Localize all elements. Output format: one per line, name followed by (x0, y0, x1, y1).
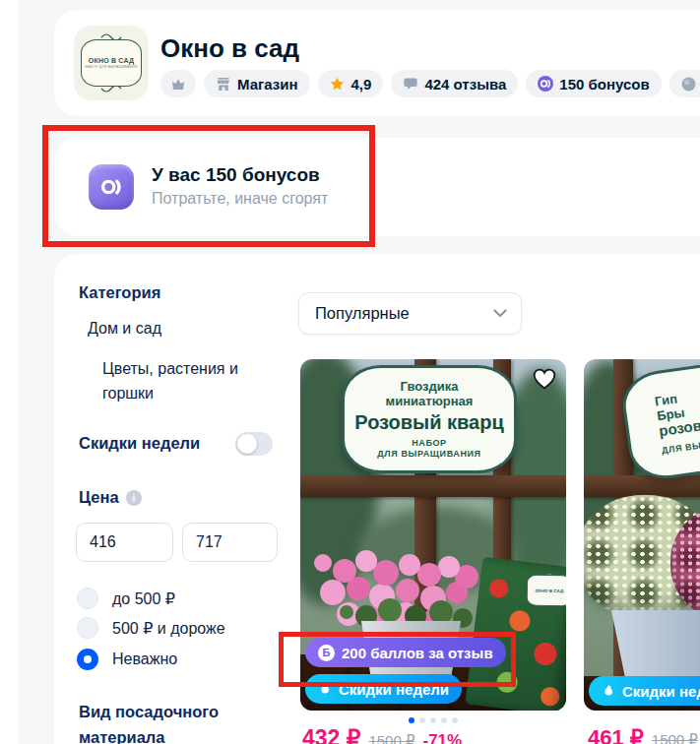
weekly-discounts-toggle[interactable] (235, 432, 273, 456)
window-frame (584, 475, 700, 497)
discount-percent: -71% (423, 731, 463, 744)
price-option-any[interactable]: Неважно (77, 649, 177, 670)
orders-badge[interactable]: 1638 заказов (669, 70, 700, 97)
image-pagination-dots[interactable] (300, 717, 566, 723)
coin-icon (681, 76, 697, 92)
rating-value: 4,9 (351, 76, 372, 93)
premium-badge[interactable] (160, 70, 196, 97)
weekly-discount-badge: Скидки недели (589, 676, 700, 706)
radio-icon[interactable] (77, 588, 98, 609)
category-item-flowers[interactable]: Цветы, растения и горшки (102, 356, 260, 405)
star-icon (330, 76, 346, 92)
flower-foliage (340, 605, 353, 619)
window-frame (300, 475, 566, 497)
shop-logo[interactable]: ОКНО В САД НАБОР ДЛЯ ВЫРАЩИВАНИЯ (74, 26, 149, 100)
old-price: 1500 ₽ (652, 731, 698, 744)
bonus-icon (538, 76, 553, 92)
bonus-count: 150 бонусов (559, 76, 649, 93)
weekly-discount-text: Скидки недели (622, 683, 700, 700)
radio-icon-selected[interactable] (77, 649, 98, 670)
sort-dropdown[interactable]: Популярные (298, 292, 522, 335)
info-icon[interactable]: i (126, 490, 142, 506)
shop-type-label: Магазин (237, 76, 298, 93)
dot[interactable] (441, 717, 447, 723)
chevron-down-icon (493, 309, 507, 318)
price-max-input[interactable] (182, 523, 278, 562)
rating-badge[interactable]: 4,9 (318, 70, 384, 97)
price-filter-title: Цена (79, 488, 119, 507)
radio-label: до 500 ₽ (112, 589, 175, 608)
seed-box-label: ОКНО В САД (527, 575, 566, 607)
shop-title: Окно в сад (160, 33, 299, 63)
plaque-caption: ДЛЯ ВЫРАЩИВАНИЯ (377, 449, 480, 460)
product-label-plaque: Гвоздика миниатюрная Розовый кварц НАБОР… (342, 365, 517, 473)
shop-stats-row: Магазин 4,9 424 отзыва 150 бонусов (160, 70, 700, 97)
product-card[interactable]: Гип Бры розов ДЛЯ ВЫ Скидки недели 461 ₽… (584, 359, 700, 711)
price-row: 432 ₽ 1500 ₽ -71% (302, 725, 462, 744)
current-price: 461 ₽ (588, 725, 644, 744)
dot[interactable] (452, 717, 458, 723)
radio-label: Неважно (112, 651, 177, 668)
plaque-line: миниатюрная (386, 394, 474, 408)
shop-logo-emblem: ОКНО В САД НАБОР ДЛЯ ВЫРАЩИВАНИЯ (81, 39, 142, 87)
plaque-caption: НАБОР (412, 438, 446, 449)
shop-type-badge[interactable]: Магазин (204, 70, 310, 97)
plaque-caption: ДЛЯ ВЫ (662, 440, 700, 457)
logo-text: ОКНО В САД (89, 57, 134, 64)
favorite-heart-icon[interactable] (532, 366, 557, 395)
radio-label: 500 ₽ и дороже (112, 619, 225, 638)
price-option-over-500[interactable]: 500 ₽ и дороже (77, 617, 225, 639)
logo-flourish-icon (100, 87, 122, 93)
radio-icon[interactable] (77, 617, 98, 639)
annotation-rect-bonus-banner (42, 125, 375, 247)
chat-icon (403, 76, 418, 92)
current-price: 432 ₽ (302, 725, 360, 744)
plaque-line: розов (658, 417, 700, 438)
reviews-count: 424 отзыва (424, 76, 506, 93)
reviews-badge[interactable]: 424 отзыва (391, 70, 518, 97)
pink-flowers (314, 554, 332, 572)
price-min-input[interactable] (76, 523, 173, 562)
product-image[interactable]: Гип Бры розов ДЛЯ ВЫ Скидки недели (584, 359, 700, 711)
storefront-icon (216, 76, 231, 92)
dot[interactable] (419, 717, 425, 723)
flame-icon (602, 684, 615, 699)
toggle-knob (237, 434, 257, 454)
category-item-home-garden[interactable]: Дом и сад (88, 320, 161, 338)
filter-category-title: Категория (79, 283, 160, 302)
crown-icon (170, 76, 186, 92)
page-left-gutter (0, 0, 18, 744)
logo-flourish-icon (100, 33, 122, 39)
plaque-name: Розовый кварц (354, 411, 503, 434)
dot[interactable] (430, 717, 436, 723)
material-filter-title: Вид посадочного материала (79, 699, 251, 744)
sort-selected-value: Популярные (315, 304, 410, 323)
seller-page: ОКНО В САД НАБОР ДЛЯ ВЫРАЩИВАНИЯ Окно в … (0, 0, 700, 744)
price-option-under-500[interactable]: до 500 ₽ (77, 588, 175, 609)
weekly-discounts-label: Скидки недели (79, 434, 200, 453)
dot[interactable] (409, 717, 414, 723)
bonus-badge[interactable]: 150 бонусов (526, 70, 661, 97)
annotation-rect-review-points (279, 632, 516, 687)
old-price: 1500 ₽ (368, 732, 414, 744)
price-row: 461 ₽ 1500 ₽ - (588, 725, 700, 744)
shop-header-card: ОКНО В САД НАБОР ДЛЯ ВЫРАЩИВАНИЯ Окно в … (54, 10, 700, 116)
plaque-line: Гвоздика (400, 379, 458, 394)
logo-subtext: НАБОР ДЛЯ ВЫРАЩИВАНИЯ (85, 65, 137, 69)
